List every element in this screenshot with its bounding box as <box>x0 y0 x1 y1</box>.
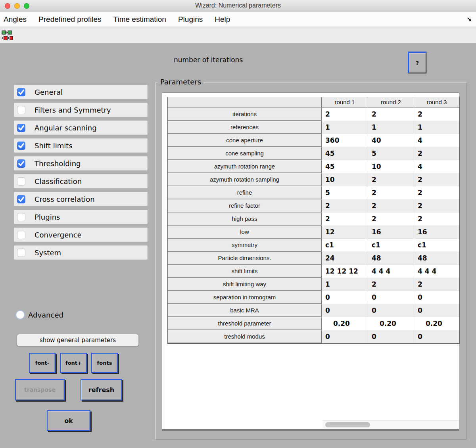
param-row-label-high-pass[interactable]: high pass <box>168 213 322 226</box>
param-value-cell[interactable]: 2 <box>414 108 459 121</box>
checkbox-checked-icon[interactable] <box>17 195 25 203</box>
refresh-button[interactable]: refresh <box>81 379 122 400</box>
param-value-cell[interactable]: c1 <box>414 239 459 252</box>
param-value-cell[interactable]: 0 <box>368 330 414 343</box>
param-value-cell[interactable]: 360 <box>322 134 368 147</box>
param-value-cell[interactable]: 48 <box>414 252 459 265</box>
param-value-cell[interactable]: 40 <box>368 134 414 147</box>
param-row-label-cone-sampling[interactable]: cone sampling <box>168 147 322 160</box>
param-value-cell[interactable]: 24 <box>322 252 368 265</box>
param-row-label-refine[interactable]: refine <box>168 186 322 199</box>
param-value-cell[interactable]: 0 <box>414 304 459 317</box>
param-value-cell[interactable]: 16 <box>414 226 459 239</box>
param-value-cell[interactable]: 5 <box>368 147 414 160</box>
param-value-cell[interactable]: 48 <box>368 252 414 265</box>
param-value-cell[interactable]: 4 4 4 <box>414 265 459 278</box>
param-value-cell[interactable]: 45 <box>322 160 368 173</box>
param-value-cell[interactable]: 10 <box>322 173 368 186</box>
param-value-cell[interactable]: 4 <box>414 160 459 173</box>
chain-link-red-icon[interactable] <box>2 34 13 42</box>
checkbox-unchecked-icon[interactable] <box>17 106 25 114</box>
param-row-label-iterations[interactable]: iterations <box>168 108 322 121</box>
help-button[interactable]: ? <box>408 52 426 73</box>
menu-item-angles[interactable]: Angles <box>4 15 27 24</box>
transpose-button[interactable]: transpose <box>15 379 65 400</box>
checkbox-unchecked-icon[interactable] <box>17 249 25 257</box>
param-value-cell[interactable]: 0.20 <box>368 317 414 330</box>
param-value-cell[interactable]: 2 <box>322 199 368 213</box>
sidebar-item-filters-and-symmetry[interactable]: Filters and Symmetry <box>14 103 148 117</box>
checkbox-unchecked-icon[interactable] <box>17 231 25 239</box>
font-plus-button[interactable]: font+ <box>60 353 87 373</box>
sidebar-item-cross-correlation[interactable]: Cross correlation <box>14 192 148 206</box>
param-value-cell[interactable]: 2 <box>368 186 414 199</box>
sidebar-item-angular-scanning[interactable]: Angular scanning <box>14 121 148 135</box>
checkbox-unchecked-icon[interactable] <box>17 213 25 221</box>
checkbox-unchecked-icon[interactable] <box>17 177 25 186</box>
param-value-cell[interactable]: c1 <box>368 239 414 252</box>
param-row-label-basic-mra[interactable]: basic MRA <box>168 304 322 317</box>
sidebar-item-plugins[interactable]: Plugins <box>14 210 148 224</box>
menu-item-predefined-profiles[interactable]: Predefined profiles <box>38 15 101 24</box>
param-value-cell[interactable]: 1 <box>322 121 368 134</box>
menu-item-help[interactable]: Help <box>215 15 230 24</box>
menu-item-plugins[interactable]: Plugins <box>178 15 203 24</box>
param-row-label-separation-in-tomogram[interactable]: separation in tomogram <box>168 291 322 304</box>
param-row-label-treshold-modus[interactable]: treshold modus <box>168 330 322 343</box>
param-value-cell[interactable]: c1 <box>322 239 368 252</box>
param-value-cell[interactable]: 10 <box>368 160 414 173</box>
param-row-label-azymuth-rotation-sampling[interactable]: azymuth rotation sampling <box>168 173 322 186</box>
sidebar-item-thresholding[interactable]: Thresholding <box>14 156 148 170</box>
param-value-cell[interactable]: 5 <box>322 186 368 199</box>
ok-button[interactable]: ok <box>47 410 90 431</box>
fonts-button[interactable]: fonts <box>91 353 118 373</box>
param-row-label-particle-dimensions[interactable]: Particle dimensions. <box>168 252 322 265</box>
param-value-cell[interactable]: 1 <box>414 121 459 134</box>
param-value-cell[interactable]: 0 <box>414 330 459 343</box>
param-row-label-cone-aperture[interactable]: cone aperture <box>168 134 322 147</box>
param-value-cell[interactable]: 0 <box>322 291 368 304</box>
scrollbar-thumb[interactable] <box>325 422 370 427</box>
font-minus-button[interactable]: font- <box>29 353 56 373</box>
param-row-label-azymuth-rotation-range[interactable]: azymuth rotation range <box>168 160 322 173</box>
param-value-cell[interactable]: 0.20 <box>414 317 459 330</box>
param-value-cell[interactable]: 2 <box>414 199 459 213</box>
checkbox-checked-icon[interactable] <box>17 142 25 150</box>
param-value-cell[interactable]: 12 12 12 <box>322 265 368 278</box>
param-row-label-references[interactable]: references <box>168 121 322 134</box>
param-row-label-low[interactable]: low <box>168 226 322 239</box>
checkbox-checked-icon[interactable] <box>17 88 25 96</box>
sidebar-item-shift-limits[interactable]: Shift limits <box>14 138 148 153</box>
param-row-label-threshold-parameter[interactable]: threshold parameter <box>168 317 322 330</box>
param-row-label-shift-limiting-way[interactable]: shift limiting way <box>168 278 322 291</box>
sidebar-item-general[interactable]: General <box>14 85 148 99</box>
checkbox-checked-icon[interactable] <box>17 124 25 132</box>
sidebar-item-classification[interactable]: Classification <box>14 174 148 188</box>
horizontal-scrollbar[interactable] <box>322 420 459 429</box>
sidebar-item-convergence[interactable]: Convergence <box>14 228 148 242</box>
param-value-cell[interactable]: 2 <box>414 147 459 160</box>
param-value-cell[interactable]: 2 <box>368 108 414 121</box>
param-value-cell[interactable]: 0 <box>368 291 414 304</box>
param-row-label-symmetry[interactable]: symmetry <box>168 239 322 252</box>
show-general-parameters-button[interactable]: show general parameters <box>17 334 139 347</box>
param-value-cell[interactable]: 45 <box>322 147 368 160</box>
param-value-cell[interactable]: 1 <box>322 278 368 291</box>
param-value-cell[interactable]: 12 <box>322 226 368 239</box>
param-row-label-refine-factor[interactable]: refine factor <box>168 199 322 213</box>
param-value-cell[interactable]: 0.20 <box>322 317 368 330</box>
param-value-cell[interactable]: 2 <box>414 213 459 226</box>
param-value-cell[interactable]: 2 <box>322 213 368 226</box>
checkbox-checked-icon[interactable] <box>17 159 25 168</box>
param-value-cell[interactable]: 1 <box>368 121 414 134</box>
param-value-cell[interactable]: 2 <box>322 108 368 121</box>
param-value-cell[interactable]: 16 <box>368 226 414 239</box>
param-value-cell[interactable]: 2 <box>368 213 414 226</box>
param-value-cell[interactable]: 2 <box>414 173 459 186</box>
menu-tearoff-icon[interactable] <box>467 16 473 24</box>
param-value-cell[interactable]: 2 <box>368 199 414 213</box>
param-value-cell[interactable]: 2 <box>368 173 414 186</box>
menu-item-time-estimation[interactable]: Time estimation <box>113 15 166 24</box>
param-value-cell[interactable]: 0 <box>368 304 414 317</box>
param-value-cell[interactable]: 4 <box>414 134 459 147</box>
